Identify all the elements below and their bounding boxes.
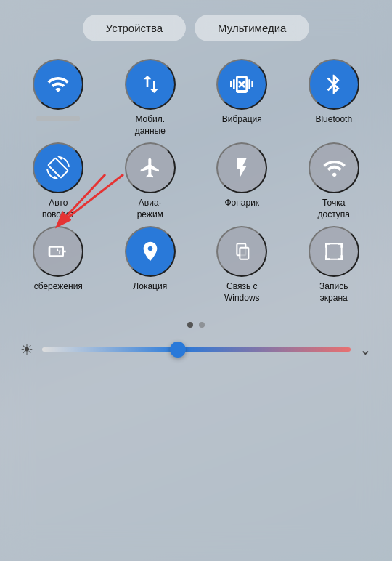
screen-record-icon — [322, 240, 346, 263]
tab-media[interactable]: Мультимедиа — [195, 15, 309, 41]
grid-item-airplane: Авиа-режим — [107, 142, 195, 220]
svg-rect-8 — [326, 244, 341, 259]
battery-saver-icon — [46, 240, 70, 263]
grid-item-windows-link: Связь сWindows — [198, 226, 286, 304]
grid-item-screen-record: Записьэкрана — [290, 226, 378, 304]
airplane-button[interactable] — [125, 142, 176, 193]
hotspot-label: Точкадоступа — [318, 198, 350, 220]
mobile-data-button[interactable] — [125, 59, 176, 110]
windows-link-icon — [230, 240, 253, 263]
airplane-label: Авиа-режим — [137, 198, 163, 220]
grid-item-mobile-data: Мобил.данные — [107, 59, 195, 137]
brightness-slider-track[interactable] — [42, 347, 351, 352]
windows-link-button[interactable] — [216, 226, 267, 277]
flashlight-button[interactable] — [216, 142, 267, 193]
screen-record-button[interactable] — [309, 226, 359, 277]
location-icon — [139, 240, 162, 263]
flashlight-icon — [230, 156, 253, 179]
pagination-dots — [187, 322, 205, 328]
brightness-row: ☀ ⌄ — [15, 341, 377, 358]
grid-item-location: Локация — [107, 226, 195, 304]
vibration-label: Вибрация — [222, 114, 262, 126]
airplane-icon — [139, 156, 162, 179]
wifi-icon — [46, 73, 70, 96]
grid-item-wifi — [15, 59, 102, 137]
grid-item-bluetooth: Bluetooth — [290, 59, 378, 137]
grid-item-hotspot: Точкадоступа — [290, 142, 378, 220]
tab-devices[interactable]: Устройства — [83, 15, 186, 41]
bluetooth-label: Bluetooth — [315, 114, 352, 126]
tab-bar: Устройства Мультимедиа — [83, 15, 310, 41]
grid-item-flashlight: Фонарик — [198, 142, 286, 220]
flashlight-label: Фонарик — [224, 198, 259, 209]
svg-point-5 — [332, 173, 336, 177]
battery-saver-label: сбережения — [34, 281, 83, 293]
brightness-slider-thumb[interactable] — [170, 342, 186, 358]
quick-settings-grid: Мобил.данные Вибрация Bluetooth — [15, 59, 377, 304]
bluetooth-icon — [322, 73, 346, 96]
auto-rotate-label: Автоповорот — [42, 198, 75, 220]
dot-2 — [199, 322, 205, 328]
mobile-data-label: Мобил.данные — [135, 114, 166, 137]
grid-item-battery-saver: сбережения — [15, 226, 102, 304]
dot-1 — [187, 322, 193, 328]
vibration-icon — [230, 73, 253, 96]
svg-rect-7 — [240, 248, 249, 259]
auto-rotate-icon — [46, 156, 70, 179]
location-label: Локация — [133, 281, 167, 293]
hotspot-icon — [322, 156, 346, 179]
grid-item-vibration: Вибрация — [198, 59, 286, 137]
wifi-button[interactable] — [33, 59, 83, 110]
battery-saver-button[interactable] — [33, 226, 83, 277]
location-button[interactable] — [125, 226, 176, 277]
bluetooth-button[interactable] — [309, 59, 359, 110]
signal-bar — [36, 116, 80, 121]
vibration-button[interactable] — [216, 59, 267, 110]
auto-rotate-button[interactable] — [33, 142, 83, 193]
main-container: Устройства Мультимедиа Мобил.данные — [0, 0, 392, 561]
screen-record-label: Записьэкрана — [319, 281, 348, 304]
brightness-icon: ☀ — [20, 341, 33, 358]
grid-item-auto-rotate: Автоповорот — [15, 142, 102, 220]
chevron-down-icon[interactable]: ⌄ — [359, 341, 372, 358]
mobile-data-icon — [139, 73, 162, 96]
windows-link-label: Связь сWindows — [224, 281, 260, 304]
hotspot-button[interactable] — [309, 142, 359, 193]
